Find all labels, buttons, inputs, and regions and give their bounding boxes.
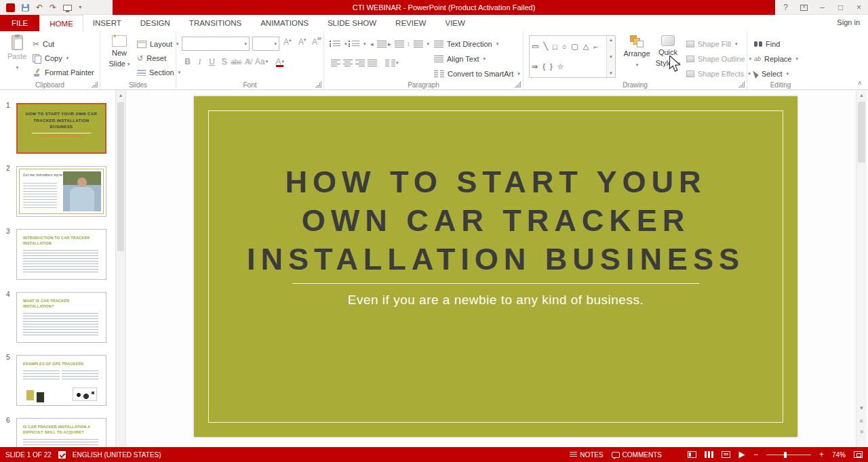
decrease-font-size-button[interactable]: A▾: [298, 37, 307, 49]
slide-thumbnail-5[interactable]: EXAMPLES OF GPS TRACKERS: [16, 355, 106, 406]
zoom-in-button[interactable]: +: [819, 450, 824, 459]
tab-slide-show[interactable]: SLIDE SHOW: [318, 15, 386, 31]
columns-button[interactable]: ▾: [385, 57, 399, 69]
scroll-up-icon[interactable]: ▲: [116, 90, 125, 100]
tab-transitions[interactable]: TRANSITIONS: [180, 15, 251, 31]
increase-indent-button[interactable]: ▸: [388, 38, 404, 50]
format-painter-button[interactable]: Format Painter: [33, 66, 94, 79]
scroll-down-icon[interactable]: ▼: [609, 55, 613, 59]
new-slide-button[interactable]: New Slide ▾: [106, 35, 133, 68]
tab-design[interactable]: DESIGN: [131, 15, 180, 31]
character-spacing-button[interactable]: AV: [243, 56, 254, 68]
notes-button[interactable]: NOTES: [570, 451, 603, 459]
save-icon[interactable]: [22, 4, 29, 12]
paragraph-dialog-launcher[interactable]: [515, 81, 521, 87]
bold-button[interactable]: B: [182, 56, 193, 68]
tab-home[interactable]: HOME: [39, 15, 83, 31]
numbering-button[interactable]: ▾: [349, 38, 366, 50]
text-box-shape-icon[interactable]: ▭: [532, 42, 538, 51]
left-brace-shape-icon[interactable]: {: [542, 62, 545, 71]
previous-slide-button[interactable]: «: [856, 415, 867, 425]
language-indicator[interactable]: ENGLISH (UNITED STATES): [73, 451, 161, 459]
shapes-gallery[interactable]: ▭ ╲ □ ○ ▢ △ ⌐ ⇒ { } ☆ ▲ ▼ ▼: [529, 35, 616, 78]
tab-view[interactable]: VIEW: [435, 15, 474, 31]
line-shape-icon[interactable]: ╲: [543, 42, 548, 51]
minimize-button[interactable]: –: [813, 0, 831, 15]
slide-canvas[interactable]: HOW TO START YOUR OWN CAR TRACKER INSTAL…: [194, 96, 797, 437]
oval-shape-icon[interactable]: ○: [562, 42, 567, 51]
gallery-more-icon[interactable]: ▼: [609, 71, 613, 75]
font-name-combobox[interactable]: ▾: [182, 37, 250, 51]
scroll-down-icon[interactable]: ▼: [856, 403, 867, 413]
tab-file[interactable]: FILE: [0, 15, 39, 31]
slide-show-view-button[interactable]: [738, 451, 745, 458]
redo-icon[interactable]: ↷: [50, 3, 56, 12]
convert-to-smartart-button[interactable]: Convert to SmartArt ▾: [434, 68, 520, 80]
scrollbar-thumb[interactable]: [858, 102, 865, 163]
drawing-dialog-launcher[interactable]: [738, 81, 745, 87]
arrange-button[interactable]: Arrange ▾: [623, 35, 651, 69]
slide-thumbnail-3[interactable]: INTRODUCTION TO CAR TRACKER INSTALLATION: [16, 229, 106, 280]
text-direction-button[interactable]: Text Direction ▾: [434, 38, 498, 50]
italic-button[interactable]: I: [194, 56, 205, 68]
normal-view-button[interactable]: [688, 451, 696, 458]
change-case-button[interactable]: Aa ▾: [255, 56, 268, 68]
tab-review[interactable]: REVIEW: [386, 15, 435, 31]
close-button[interactable]: ×: [850, 0, 868, 15]
slide-thumbnail-1[interactable]: HOW TO START YOUR OWN CAR TRACKER INSTAL…: [16, 103, 106, 154]
undo-icon[interactable]: ↶: [36, 3, 43, 12]
scroll-up-icon[interactable]: ▲: [856, 90, 867, 100]
comments-button[interactable]: COMMENTS: [612, 451, 662, 459]
arrow-shape-icon[interactable]: ⇒: [532, 62, 538, 71]
zoom-slider-thumb[interactable]: [784, 452, 787, 458]
star-shape-icon[interactable]: ☆: [557, 62, 564, 71]
slide-subtitle-textbox[interactable]: Even if you are a newbie to any kind of …: [194, 293, 797, 308]
slide-thumbnail-4[interactable]: WHAT IS CAR TRACKER INSTALLATION?: [16, 292, 106, 343]
layout-button[interactable]: Layout ▾: [137, 38, 179, 50]
zoom-slider[interactable]: [766, 455, 811, 455]
next-slide-button[interactable]: «: [856, 427, 867, 438]
slide-sorter-view-button[interactable]: [705, 451, 713, 458]
line-spacing-button[interactable]: ↕ ▾: [407, 38, 429, 50]
fit-slide-to-window-button[interactable]: [854, 451, 863, 458]
shape-effects-button[interactable]: Shape Effects ▾: [686, 68, 751, 80]
clear-formatting-button[interactable]: A: [312, 37, 321, 49]
find-button[interactable]: Find: [754, 38, 780, 50]
customize-qat-dropdown-icon[interactable]: ▾: [79, 5, 81, 10]
reset-button[interactable]: ↺ Reset: [137, 52, 166, 64]
slide-thumbnail-6[interactable]: IS CAR TRACKER INSTALLATION A DIFFICULT …: [16, 418, 106, 447]
vertical-scrollbar[interactable]: ▲ ▼ « «: [856, 90, 867, 447]
start-slideshow-icon[interactable]: [63, 5, 72, 11]
zoom-out-button[interactable]: −: [753, 450, 758, 459]
paste-button[interactable]: Paste ▾: [4, 35, 30, 72]
copy-button[interactable]: Copy ▾: [33, 52, 68, 64]
cut-button[interactable]: ✂ Cut: [33, 38, 54, 50]
spell-check-icon[interactable]: [58, 451, 66, 459]
ribbon-display-options-button[interactable]: [795, 0, 813, 15]
bullets-button[interactable]: ▾: [330, 38, 347, 50]
right-brace-shape-icon[interactable]: }: [550, 62, 553, 71]
clipboard-dialog-launcher[interactable]: [92, 81, 98, 87]
reading-view-button[interactable]: [722, 451, 730, 458]
align-center-button[interactable]: [342, 57, 353, 69]
align-left-button[interactable]: [330, 57, 341, 69]
strikethrough-button[interactable]: abc: [231, 56, 242, 68]
align-right-button[interactable]: [354, 57, 366, 69]
shape-fill-button[interactable]: Shape Fill ▾: [686, 38, 737, 50]
rounded-rectangle-shape-icon[interactable]: ▢: [571, 42, 578, 51]
powerpoint-app-icon[interactable]: [6, 3, 15, 12]
thumbnail-scrollbar-thumb[interactable]: [117, 102, 124, 251]
decrease-indent-button[interactable]: ◂: [370, 38, 387, 50]
replace-button[interactable]: ab Replace ▾: [754, 53, 798, 65]
text-shadow-button[interactable]: S: [218, 56, 230, 68]
tab-animations[interactable]: ANIMATIONS: [251, 15, 318, 31]
collapse-ribbon-button[interactable]: ∧: [857, 79, 862, 86]
shape-outline-button[interactable]: Shape Outline ▾: [686, 53, 751, 65]
help-button[interactable]: ?: [776, 0, 795, 15]
tab-insert[interactable]: INSERT: [83, 15, 131, 31]
scroll-up-icon[interactable]: ▲: [609, 38, 613, 42]
elbow-connector-shape-icon[interactable]: ⌐: [593, 42, 597, 51]
sign-in-link[interactable]: Sign in: [837, 18, 860, 26]
increase-font-size-button[interactable]: A▴: [283, 37, 292, 49]
shapes-gallery-scrollbar[interactable]: ▲ ▼ ▼: [606, 36, 615, 77]
